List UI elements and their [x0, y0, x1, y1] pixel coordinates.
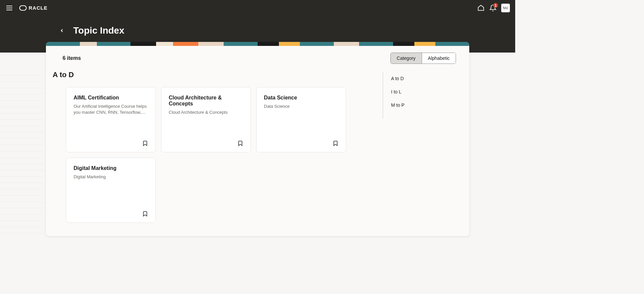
content-card: 6 items Category Alphabetic A to D AIML … [46, 42, 469, 236]
topics-area: A to D AIML Certification Our Artificial… [53, 71, 376, 223]
brand-logo[interactable]: RACLE [19, 0, 56, 16]
home-icon [477, 4, 485, 12]
page-title: Topic Index [73, 25, 124, 36]
topic-description: Data Science [264, 103, 338, 109]
section-heading: A to D [53, 71, 376, 79]
notification-badge: 1 [493, 3, 498, 8]
cards-grid: AIML Certification Our Artificial Intell… [53, 87, 376, 223]
hamburger-icon [5, 4, 13, 12]
content-header: 6 items Category Alphabetic [46, 46, 469, 71]
decorative-banner [46, 42, 469, 46]
bookmark-button[interactable] [237, 140, 244, 147]
category-toggle[interactable]: Category [391, 53, 422, 64]
bookmark-button[interactable] [142, 140, 149, 147]
topic-title: AIML Certification [74, 95, 148, 101]
view-toggle: Category Alphabetic [390, 53, 456, 64]
topic-title: Data Science [264, 95, 338, 101]
alphabetic-toggle[interactable]: Alphabetic [422, 53, 456, 64]
chevron-left-icon [59, 28, 65, 33]
back-button[interactable] [59, 27, 67, 35]
bookmark-icon [142, 140, 148, 147]
background-pattern [0, 73, 43, 238]
bookmark-icon [332, 140, 338, 147]
bookmark-button[interactable] [332, 140, 339, 147]
app-header: RACLE 1 NV [0, 0, 515, 16]
main-layout: A to D AIML Certification Our Artificial… [46, 71, 469, 236]
nav-link-a-d[interactable]: A to D [391, 72, 463, 85]
nav-link-m-p[interactable]: M to P [391, 98, 463, 112]
user-avatar[interactable]: NV [501, 4, 510, 12]
bookmark-icon [237, 140, 243, 147]
svg-rect-3 [20, 6, 26, 10]
home-button[interactable] [477, 4, 485, 12]
topic-card[interactable]: Data Science Data Science [256, 87, 346, 152]
topic-card[interactable]: AIML Certification Our Artificial Intell… [66, 87, 156, 152]
bookmark-button[interactable] [142, 211, 149, 217]
topic-card[interactable]: Cloud Architecture & Concepts Cloud Arch… [161, 87, 251, 152]
nav-link-i-l[interactable]: I to L [391, 85, 463, 98]
notifications-button[interactable]: 1 [489, 4, 497, 12]
topic-description: Digital Marketing [74, 174, 148, 180]
menu-button[interactable] [5, 4, 13, 12]
header-actions: 1 NV [477, 4, 510, 12]
topic-title: Digital Marketing [74, 165, 148, 171]
svg-text:RACLE: RACLE [29, 5, 48, 11]
alphabet-nav: A to D I to L M to P [383, 72, 463, 118]
topic-description: Our Artificial Intelligence Course helps… [74, 103, 148, 115]
topic-card[interactable]: Digital Marketing Digital Marketing [66, 158, 156, 223]
topic-description: Cloud Architecture & Concepts [169, 109, 243, 115]
bookmark-icon [142, 211, 148, 217]
items-count: 6 items [63, 55, 81, 61]
topic-title: Cloud Architecture & Concepts [169, 95, 243, 107]
